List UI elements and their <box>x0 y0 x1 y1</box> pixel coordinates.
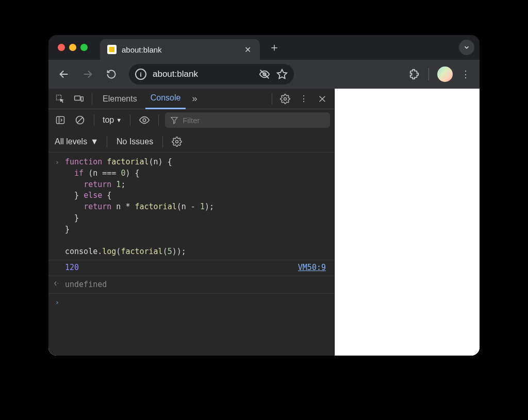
browser-window: about:blank ✕ ＋ i about:blank <box>48 35 480 356</box>
tab-favicon <box>107 45 117 54</box>
toolbar-divider <box>428 68 429 80</box>
svg-point-8 <box>284 97 287 100</box>
svg-point-15 <box>143 119 146 122</box>
console-log-source-link[interactable]: VM50:9 <box>298 262 326 274</box>
extensions-icon[interactable] <box>409 69 420 80</box>
devtools-tab-elements[interactable]: Elements <box>97 89 142 109</box>
svg-rect-6 <box>75 96 80 100</box>
log-levels-label: All levels <box>55 137 87 146</box>
console-filter[interactable] <box>165 112 330 128</box>
console-input-entry: › function factorial(n) { if (n === 0) {… <box>48 155 334 260</box>
svg-rect-11 <box>57 116 64 123</box>
toolbar: i about:blank ⋮ <box>48 60 480 89</box>
window-maximize-button[interactable] <box>80 44 88 51</box>
console-return-entry: undefined <box>48 276 334 294</box>
svg-point-17 <box>176 140 178 143</box>
console-filter-input[interactable] <box>183 116 325 125</box>
svg-rect-7 <box>81 96 83 100</box>
live-expression-icon[interactable] <box>137 112 152 128</box>
prompt-caret-icon: › <box>54 297 61 308</box>
back-button[interactable] <box>55 65 73 83</box>
browser-menu-button[interactable]: ⋮ <box>458 69 473 80</box>
window-minimize-button[interactable] <box>69 44 76 51</box>
log-levels-selector[interactable]: All levels ▼ <box>53 137 101 146</box>
titlebar: about:blank ✕ ＋ <box>48 35 480 60</box>
bookmark-star-icon[interactable] <box>276 69 288 80</box>
filter-icon <box>170 116 178 124</box>
window-controls <box>58 44 88 51</box>
svg-marker-4 <box>277 70 287 78</box>
devtools-more-tabs-icon[interactable]: » <box>189 93 200 104</box>
console-prompt-input[interactable] <box>65 297 329 308</box>
tab-close-button[interactable]: ✕ <box>242 45 253 55</box>
divider <box>158 114 159 126</box>
console-sidebar-toggle-icon[interactable] <box>53 112 68 128</box>
content-area: Elements Console » ⋮ <box>48 89 480 356</box>
svg-point-18 <box>57 283 58 284</box>
devtools-tab-console[interactable]: Console <box>145 89 186 109</box>
divider <box>107 136 107 147</box>
divider <box>162 136 163 147</box>
issues-label[interactable]: No Issues <box>113 137 156 146</box>
devtools-close-icon[interactable] <box>315 91 330 107</box>
divider <box>94 114 94 126</box>
url-text: about:blank <box>153 69 253 79</box>
divider <box>92 93 92 105</box>
devtools-panel: Elements Console » ⋮ <box>48 89 335 356</box>
divider <box>272 93 272 105</box>
chevron-down-icon: ▼ <box>116 117 122 123</box>
console-context-selector[interactable]: top ▼ <box>101 115 124 125</box>
console-output[interactable]: › function factorial(n) { if (n === 0) {… <box>48 153 334 356</box>
svg-marker-16 <box>171 117 177 124</box>
console-context-label: top <box>103 115 114 125</box>
console-toolbar-2: All levels ▼ No Issues <box>48 131 334 153</box>
divider <box>130 114 130 126</box>
console-return-value: undefined <box>65 279 329 291</box>
console-log-value: 120 <box>65 262 298 274</box>
profile-avatar[interactable] <box>437 66 453 82</box>
new-tab-button[interactable]: ＋ <box>267 40 282 55</box>
device-toolbar-icon[interactable] <box>71 91 87 107</box>
tracking-icon[interactable] <box>259 69 270 80</box>
console-code: function factorial(n) { if (n === 0) { r… <box>65 157 329 258</box>
window-close-button[interactable] <box>58 44 65 51</box>
reload-button[interactable] <box>102 65 121 83</box>
site-info-icon[interactable]: i <box>135 69 146 80</box>
tabs-dropdown-button[interactable] <box>459 40 474 55</box>
devtools-settings-icon[interactable] <box>277 91 293 107</box>
browser-tab[interactable]: about:blank ✕ <box>100 39 260 60</box>
address-bar[interactable]: i about:blank <box>129 64 294 85</box>
chevron-down-icon: ▼ <box>90 137 98 146</box>
forward-button[interactable] <box>78 65 97 83</box>
console-log-entry: 120 VM50:9 <box>48 260 334 276</box>
console-toolbar: top ▼ <box>48 109 334 131</box>
return-caret-icon <box>54 279 61 291</box>
devtools-tabbar: Elements Console » ⋮ <box>48 89 334 109</box>
console-settings-icon[interactable] <box>169 134 185 149</box>
console-prompt[interactable]: › <box>48 294 334 311</box>
clear-console-icon[interactable] <box>72 112 88 128</box>
tab-title: about:blank <box>122 45 237 54</box>
page-viewport[interactable] <box>335 89 480 356</box>
input-caret-icon: › <box>54 157 61 258</box>
svg-line-14 <box>77 117 82 123</box>
inspect-element-icon[interactable] <box>53 91 68 107</box>
devtools-kebab-icon[interactable]: ⋮ <box>296 91 311 107</box>
